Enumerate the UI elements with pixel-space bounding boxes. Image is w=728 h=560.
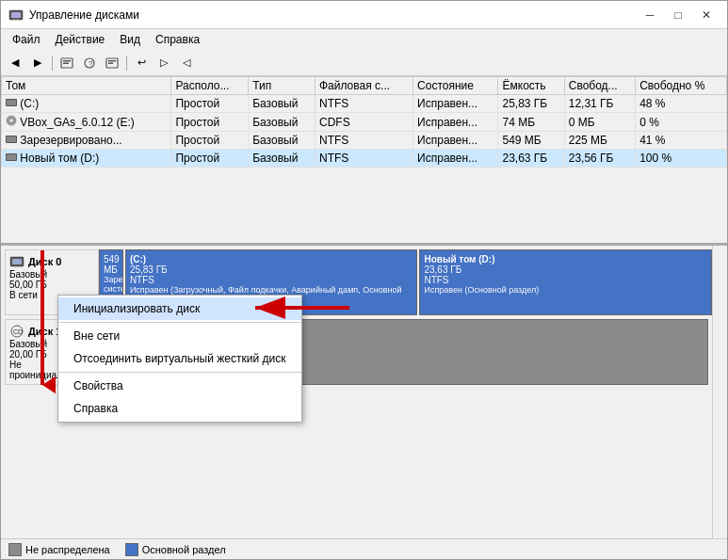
minimize-button[interactable]: ─: [637, 5, 663, 25]
cell-status: Исправен...: [413, 95, 498, 113]
disk-icon: CD: [9, 324, 24, 339]
cell-location: Простой: [171, 113, 249, 132]
cell-fs: NTFS: [315, 132, 413, 150]
cell-capacity: 23,63 ГБ: [498, 150, 564, 168]
cell-location: Простой: [171, 150, 249, 168]
cell-fs: CDFS: [315, 113, 413, 132]
context-menu-item-1[interactable]: Вне сети: [58, 325, 301, 347]
toolbar-btn-3[interactable]: [102, 53, 122, 73]
cell-type: Базовый: [249, 113, 315, 132]
cell-volume-name: VBox_GAs_6.0.12 (E:): [2, 113, 171, 132]
col-type[interactable]: Тип: [249, 77, 315, 95]
menu-view[interactable]: Вид: [112, 31, 148, 48]
col-fs[interactable]: Файловая с...: [315, 77, 413, 95]
menu-file[interactable]: Файл: [5, 31, 48, 48]
cell-volume-name: (C:): [2, 95, 171, 113]
volume-table-pane: Том Располо... Тип Файловая с... Состоян…: [1, 76, 727, 246]
col-volume[interactable]: Том: [2, 77, 171, 95]
window-title: Управление дисками: [29, 8, 637, 22]
disk-icon: [9, 254, 24, 269]
col-free[interactable]: Свобод...: [564, 77, 635, 95]
svg-rect-5: [63, 62, 69, 64]
volume-table-container[interactable]: Том Располо... Тип Файловая с... Состоян…: [1, 76, 727, 243]
cell-fs: NTFS: [315, 150, 413, 168]
svg-rect-9: [108, 60, 116, 62]
vertical-scrollbar[interactable]: [712, 246, 727, 538]
partition-name: (C:): [130, 254, 413, 264]
toolbar-separator-2: [126, 56, 127, 71]
legend-primary: Основной раздел: [125, 543, 226, 556]
table-row[interactable]: Зарезервировано... Простой Базовый NTFS …: [2, 132, 727, 150]
table-row[interactable]: VBox_GAs_6.0.12 (E:) Простой Базовый CDF…: [2, 113, 727, 132]
close-button[interactable]: ✕: [693, 5, 720, 25]
maximize-button[interactable]: □: [665, 5, 691, 25]
menu-action[interactable]: Действие: [48, 31, 113, 48]
partition-name: Новый том (D:): [424, 254, 707, 264]
toolbar-btn-1[interactable]: [57, 53, 77, 73]
title-bar: Управление дисками ─ □ ✕: [1, 1, 727, 29]
toolbar-btn-cancel[interactable]: ◁: [176, 53, 197, 73]
cell-capacity: 549 МБ: [498, 132, 564, 150]
cell-type: Базовый: [249, 150, 315, 168]
cell-status: Исправен...: [413, 113, 498, 132]
back-button[interactable]: ◀: [5, 53, 25, 73]
context-menu-separator: [58, 322, 301, 323]
legend-primary-label: Основной раздел: [142, 544, 226, 555]
cell-capacity: 74 МБ: [498, 113, 564, 132]
svg-text:?: ?: [89, 59, 93, 68]
volume-table: Том Располо... Тип Файловая с... Состоян…: [1, 76, 727, 168]
disk-visualization-pane: Диск 0 Базовый 50,00 ГБ В сети 549 МБ За…: [1, 246, 727, 538]
content-area: Том Располо... Тип Файловая с... Состоян…: [1, 76, 727, 559]
menu-help[interactable]: Справка: [148, 31, 207, 48]
cell-free-pct: 0 %: [636, 113, 727, 132]
partition-info: Зарезервировано системой: [104, 275, 119, 294]
cell-location: Простой: [171, 132, 249, 150]
context-menu: Инициализировать дискВне сетиОтсоединить…: [57, 295, 302, 423]
cell-free: 225 МБ: [564, 132, 635, 150]
col-capacity[interactable]: Ёмкость: [498, 77, 564, 95]
cell-volume-name: Зарезервировано...: [2, 132, 171, 150]
col-location[interactable]: Располо...: [171, 77, 249, 95]
cell-free: 12,31 ГБ: [564, 95, 635, 113]
svg-rect-16: [7, 136, 16, 142]
table-row[interactable]: Новый том (D:) Простой Базовый NTFS Испр…: [2, 150, 727, 168]
toolbar-btn-undo[interactable]: ↩: [131, 53, 152, 73]
svg-rect-4: [63, 60, 71, 62]
partition-size: 25,83 ГБ: [130, 264, 413, 275]
svg-rect-12: [7, 100, 16, 105]
partition-info: Исправен (Основной раздел): [424, 285, 707, 295]
partition-size: 23,63 ГБ: [424, 264, 707, 275]
partition-fs: NTFS: [424, 275, 707, 285]
disk-label-type: Базовый: [9, 269, 94, 280]
toolbar-btn-2[interactable]: ?: [79, 53, 100, 73]
context-menu-item-4[interactable]: Справка: [58, 397, 301, 420]
svg-point-14: [10, 120, 13, 122]
svg-rect-2: [13, 19, 19, 20]
disk-label-size: 50,00 ГБ: [9, 280, 94, 290]
toolbar-btn-apply[interactable]: ▷: [154, 53, 174, 73]
col-free-pct[interactable]: Свободно %: [636, 77, 727, 95]
col-status[interactable]: Состояние: [413, 77, 498, 95]
cell-type: Базовый: [249, 95, 315, 113]
context-menu-item-0[interactable]: Инициализировать диск: [58, 297, 301, 320]
forward-button[interactable]: ▶: [27, 53, 48, 73]
svg-rect-18: [7, 154, 16, 160]
cell-status: Исправен...: [413, 132, 498, 150]
legend-unallocated-color: [8, 543, 22, 556]
partition[interactable]: Новый том (D:) 23,63 ГБ NTFS Исправен (О…: [419, 249, 712, 315]
context-menu-item-2[interactable]: Отсоединить виртуальный жесткий диск: [58, 347, 301, 370]
context-menu-item-3[interactable]: Свойства: [58, 375, 301, 397]
cell-capacity: 25,83 ГБ: [498, 95, 564, 113]
cell-free: 0 МБ: [564, 113, 635, 132]
table-row[interactable]: (C:) Простой Базовый NTFS Исправен... 25…: [2, 95, 727, 113]
cell-free-pct: 41 %: [636, 132, 727, 150]
disk-label-name: Диск 0: [28, 256, 61, 267]
svg-rect-10: [108, 62, 113, 64]
menu-bar: Файл Действие Вид Справка: [1, 29, 727, 50]
window-icon: [8, 8, 24, 23]
svg-rect-1: [11, 12, 21, 18]
cell-status: Исправен...: [413, 150, 498, 168]
cell-free-pct: 100 %: [636, 150, 727, 168]
cell-fs: NTFS: [315, 95, 413, 113]
partition-size: 549 МБ: [104, 254, 119, 275]
